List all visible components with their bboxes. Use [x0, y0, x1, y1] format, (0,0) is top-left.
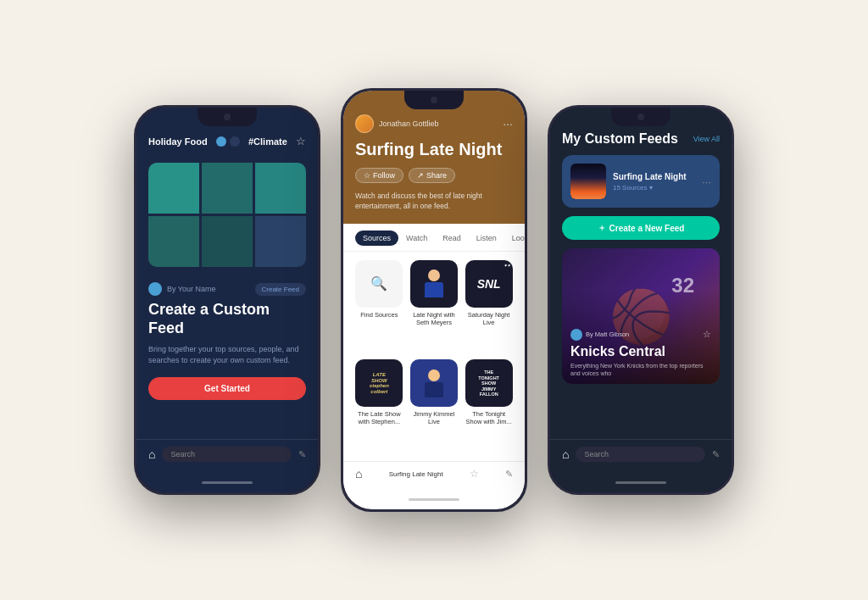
- late-show-label: The Late Show with Stephen...: [355, 410, 403, 425]
- phone1-description: Bring together your top sources, people,…: [148, 344, 306, 365]
- tonight-thumb: THETONIGHTSHOWJIMMYFALLON: [465, 359, 513, 407]
- home-indicator-2: [343, 486, 525, 509]
- grid-cell-4: [148, 216, 199, 267]
- tab-listen[interactable]: Listen: [469, 231, 504, 246]
- share-button[interactable]: ↗ Share: [409, 168, 455, 183]
- dot-blue: [216, 136, 226, 147]
- phone2-actions: ☆ Follow ↗ Share: [355, 168, 513, 183]
- star-icon-knicks[interactable]: ☆: [703, 329, 711, 340]
- knicks-author-info: By Matt Gibson: [570, 329, 629, 341]
- feed-thumb: [570, 164, 606, 199]
- camera-2: [431, 97, 437, 103]
- home-icon-2[interactable]: ⌂: [355, 467, 362, 481]
- knicks-description: Everything New York Knicks from the top …: [570, 362, 711, 377]
- view-all-button[interactable]: View All: [693, 135, 720, 143]
- phone2-tabs: Sources Watch Read Listen Look: [343, 224, 525, 252]
- phone-notch-3: [611, 108, 670, 126]
- seth-label: Late Night with Seth Meyers: [410, 311, 459, 326]
- sources-count-label: 15 Sources: [613, 184, 647, 192]
- edit-icon-1[interactable]: ✎: [298, 449, 306, 460]
- author-name-2: Jonathan Gottlieb: [379, 119, 439, 128]
- source-seth[interactable]: Late Night with Seth Meyers: [410, 260, 459, 353]
- city-night-image: [570, 164, 606, 199]
- create-new-feed-button[interactable]: ＋ Create a New Feed: [562, 216, 720, 240]
- star-icon-tab: ☆: [470, 468, 479, 480]
- phone-3: My Custom Feeds View All Surfing Late Ni…: [548, 105, 734, 495]
- tab-watch[interactable]: Watch: [398, 231, 435, 246]
- grid-cell-2: [202, 163, 253, 214]
- more-options-icon[interactable]: ···: [503, 117, 513, 131]
- snl-label: Saturday Night Live: [465, 311, 513, 326]
- phone-1: Holiday Food #Climate ☆ By Your Name: [134, 105, 320, 495]
- source-late-show[interactable]: LATESHOWstephencolbert The Late Show wit…: [355, 359, 403, 453]
- feed-more-icon[interactable]: ···: [702, 175, 711, 188]
- phone1-content: Create a Custom Feed Bring together your…: [136, 301, 318, 377]
- tonight-text: THETONIGHTSHOWJIMMYFALLON: [478, 369, 499, 397]
- phone1-bottom-bar: ⌂ Search ✎: [136, 439, 318, 469]
- home-icon-3[interactable]: ⌂: [562, 447, 569, 461]
- tab-look[interactable]: Look: [504, 231, 525, 246]
- home-icon-1[interactable]: ⌂: [148, 447, 155, 461]
- feed-info: Surfing Late Night 15 Sources ▾: [613, 172, 695, 192]
- phone-2: Jonathan Gottlieb ··· Surfing Late Night…: [341, 88, 527, 512]
- plus-icon: ＋: [598, 222, 606, 234]
- edit-icon-3[interactable]: ✎: [712, 449, 720, 460]
- home-indicator-3: [550, 469, 732, 492]
- source-snl[interactable]: SNL ✦✦ Saturday Night Live: [465, 260, 513, 353]
- kimmel-label: Jimmy Kimmel Live: [410, 410, 459, 425]
- phone1-author-row: By Your Name Create Feed: [136, 274, 318, 301]
- source-kimmel[interactable]: Jimmy Kimmel Live: [410, 359, 459, 453]
- knicks-content: By Matt Gibson ☆ Knicks Central Everythi…: [562, 322, 720, 384]
- search-bar-3[interactable]: Search: [576, 447, 705, 462]
- star-icon-1: ☆: [296, 135, 306, 147]
- feed-card[interactable]: Surfing Late Night 15 Sources ▾ ···: [562, 155, 720, 208]
- kimmel-thumb: [410, 359, 458, 407]
- phone1-cta-button[interactable]: Get Started: [148, 377, 306, 400]
- author-name-1: By Your Name: [167, 285, 216, 293]
- find-sources-thumb: 🔍: [355, 260, 403, 308]
- phone1-title: Create a Custom Feed: [148, 301, 306, 337]
- create-feed-button[interactable]: Create Feed: [255, 283, 306, 296]
- tonight-label: The Tonight Show with Jim...: [465, 410, 513, 425]
- share-label: Share: [426, 171, 447, 180]
- grid-cell-6: [255, 216, 306, 267]
- sources-grid: 🔍 Find Sources Late Night with Seth Meye…: [343, 252, 525, 461]
- home-indicator-1: [136, 469, 318, 492]
- phone2-bottom-bar: ⌂ Surfing Late Night ☆ ✎: [343, 461, 525, 486]
- author-avatar-2: [355, 114, 374, 133]
- search-icon: 🔍: [370, 275, 387, 292]
- source-find[interactable]: 🔍 Find Sources: [355, 260, 403, 353]
- follow-button[interactable]: ☆ Follow: [355, 168, 403, 183]
- create-new-feed-label: Create a New Feed: [609, 224, 685, 233]
- search-bar-1[interactable]: Search: [162, 447, 292, 462]
- phone2-header: Jonathan Gottlieb ··· Surfing Late Night…: [343, 91, 525, 224]
- knicks-title: Knicks Central: [570, 344, 711, 359]
- seth-thumb: [410, 260, 458, 308]
- dot-dark: [230, 136, 240, 147]
- source-tonight[interactable]: THETONIGHTSHOWJIMMYFALLON The Tonight Sh…: [465, 359, 513, 453]
- find-sources-label: Find Sources: [360, 311, 398, 319]
- tab-read[interactable]: Read: [435, 231, 469, 246]
- phone2-author-row: Jonathan Gottlieb ···: [355, 114, 513, 133]
- grid-cell-5: [202, 216, 253, 267]
- late-show-thumb: LATESHOWstephencolbert: [355, 359, 403, 407]
- share-icon: ↗: [417, 171, 424, 180]
- phone-notch-1: [198, 108, 257, 126]
- knicks-card[interactable]: 🏀 32 By Matt Gibson ☆ Knicks Central Eve…: [562, 248, 720, 384]
- follow-label: Follow: [373, 171, 395, 180]
- edit-icon-2[interactable]: ✎: [505, 469, 513, 480]
- phone1-grid: [148, 163, 306, 267]
- feed-description: Watch and discuss the best of late night…: [355, 192, 513, 212]
- snl-stars: ✦✦: [504, 263, 510, 268]
- camera-3: [637, 114, 644, 120]
- phone3-screen: My Custom Feeds View All Surfing Late Ni…: [550, 108, 732, 492]
- knicks-author-avatar: [570, 329, 582, 341]
- phone3-bottom-bar: ⌂ Search ✎: [550, 439, 732, 469]
- tab-sources[interactable]: Sources: [355, 231, 398, 246]
- phone2-author-info: Jonathan Gottlieb: [355, 114, 439, 133]
- phone1-hashtag: #Climate: [248, 136, 287, 147]
- chevron-down-icon: ▾: [649, 184, 653, 192]
- camera-1: [224, 114, 231, 120]
- snl-thumb: SNL ✦✦: [465, 260, 513, 308]
- phone1-topic: Holiday Food: [148, 136, 208, 147]
